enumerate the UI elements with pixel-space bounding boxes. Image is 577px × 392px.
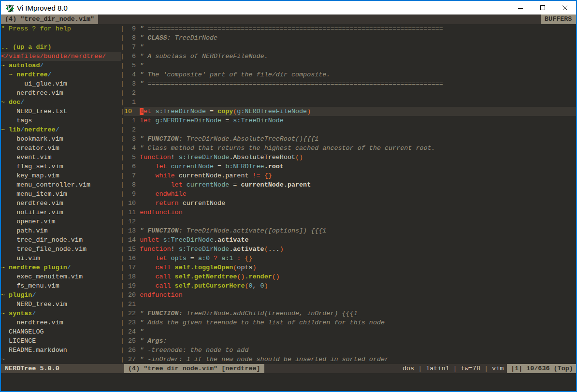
svg-text:im: im xyxy=(10,9,14,13)
